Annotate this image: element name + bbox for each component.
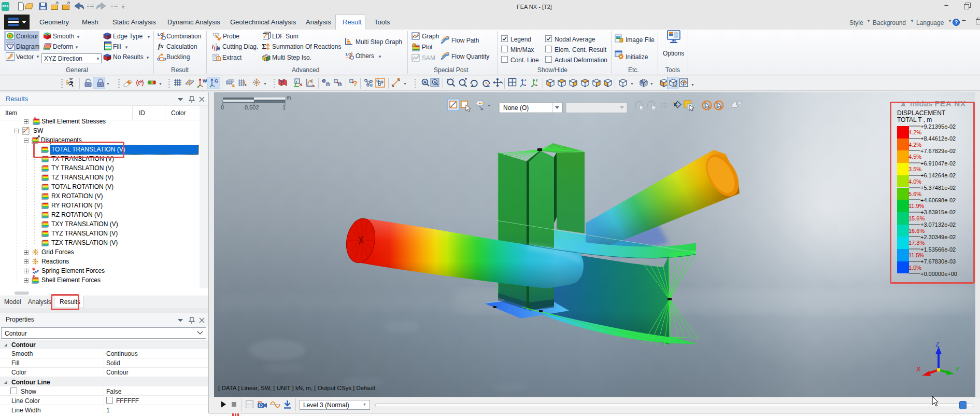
svg-text:Y: Y — [955, 365, 960, 373]
svg-text:?: ? — [353, 79, 358, 88]
svg-text:Σ: Σ — [262, 43, 266, 51]
svg-text:m: m — [287, 95, 291, 101]
svg-text:z: z — [524, 78, 527, 81]
svg-text:y: y — [536, 78, 538, 82]
svg-text:A: A — [423, 80, 427, 85]
svg-text:?: ? — [955, 20, 958, 25]
svg-text:n: n — [338, 80, 342, 88]
svg-text:A: A — [434, 80, 436, 84]
svg-text:ID: ID — [738, 101, 742, 104]
svg-text:[ DATA ] Linear, SW, [ UNI: [ DATA ] Linear, SW, [ UNIT ] kN, m, [ O… — [218, 385, 376, 391]
svg-text:Z: Z — [935, 340, 940, 348]
svg-text:G: G — [215, 78, 218, 84]
svg-text:1: 1 — [282, 104, 286, 110]
svg-text:X: X — [916, 365, 921, 373]
svg-text:E: E — [310, 79, 313, 83]
svg-text:0.502: 0.502 — [245, 104, 259, 110]
svg-text:0: 0 — [221, 104, 224, 110]
svg-text:n: n — [326, 80, 330, 88]
svg-text:None (O): None (O) — [503, 104, 529, 112]
